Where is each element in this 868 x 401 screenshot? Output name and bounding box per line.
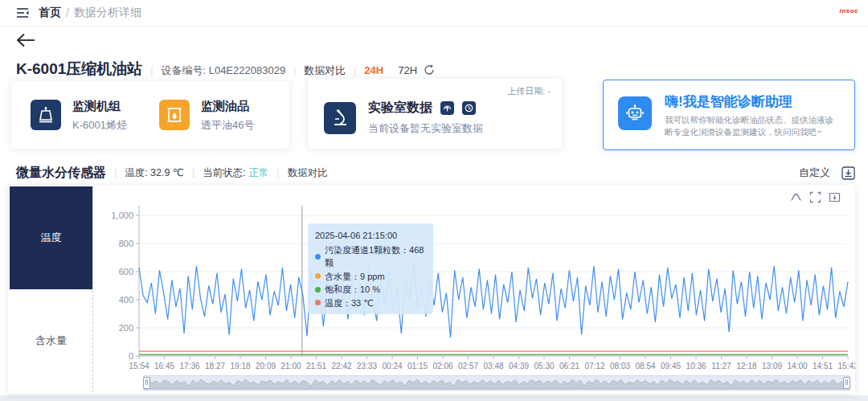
range-24h-button[interactable]: 24H bbox=[364, 64, 383, 76]
datazoom-minimap bbox=[144, 376, 850, 390]
tab-temperature[interactable]: 温度 bbox=[10, 186, 92, 289]
svg-text:12:18: 12:18 bbox=[736, 362, 756, 370]
svg-text:0: 0 bbox=[129, 351, 133, 361]
svg-text:18:27: 18:27 bbox=[205, 362, 225, 370]
sensor-temperature: 温度: 32.9 ℃ bbox=[125, 166, 184, 180]
top-bar: 首页 / 数据分析详细 insoc bbox=[0, 0, 868, 27]
sensor-line-chart[interactable]: 02004006008001,00015:5416:4517:3618:2719… bbox=[92, 185, 855, 373]
microscope-icon bbox=[324, 102, 356, 134]
svg-text:14:51: 14:51 bbox=[813, 362, 833, 370]
svg-text:03:48: 03:48 bbox=[483, 362, 503, 370]
page-title: K-6001压缩机油站 bbox=[16, 59, 142, 80]
menu-fold-icon[interactable] bbox=[16, 7, 29, 18]
sensor-section-header: 微量水分传感器 | 温度: 32.9 ℃ | 当前状态: 正常 | 数据对比 自… bbox=[16, 163, 855, 182]
sensor-chart-card: 温度 含水量 02004006008001,00015:5416:4517:36… bbox=[8, 185, 855, 394]
svg-text:21:00: 21:00 bbox=[280, 362, 301, 370]
upload-date: 上传日期: - bbox=[507, 85, 551, 97]
divider: | bbox=[277, 167, 280, 178]
svg-text:08:54: 08:54 bbox=[635, 362, 655, 370]
svg-text:16:45: 16:45 bbox=[154, 362, 174, 370]
svg-text:20:09: 20:09 bbox=[256, 362, 276, 370]
device-number: 设备编号: L04E222083029 bbox=[161, 63, 285, 78]
svg-text:02:57: 02:57 bbox=[458, 362, 478, 370]
svg-text:17:36: 17:36 bbox=[179, 362, 199, 370]
lab-data-title: 实验室数据 bbox=[368, 100, 432, 117]
refresh-icon[interactable] bbox=[424, 64, 435, 79]
logo-text: insoc bbox=[840, 7, 858, 14]
svg-text:02:06: 02:06 bbox=[432, 362, 452, 370]
ai-assistant-card[interactable]: 嗨!我是智能诊断助理 我可以帮你智能化诊断油品状态、提供油液诊 断专业化润滑设备… bbox=[603, 80, 855, 150]
divider: | bbox=[354, 65, 356, 76]
history-clock-icon[interactable] bbox=[462, 101, 476, 115]
sensor-compare-label[interactable]: 数据对比 bbox=[288, 166, 328, 180]
download-icon[interactable] bbox=[841, 166, 855, 180]
chart-tab-column: 温度 含水量 bbox=[10, 186, 93, 392]
divider: | bbox=[114, 167, 117, 178]
monitor-unit-title: 监测机组 bbox=[72, 98, 127, 114]
upload-icon[interactable] bbox=[440, 101, 454, 115]
lab-data-card: 上传日期: - 实验室数据 bbox=[308, 79, 562, 149]
monitor-card: 监测机组 K-6001烯烃 监测油品 透平油46号 bbox=[11, 81, 289, 149]
svg-text:06:21: 06:21 bbox=[559, 362, 579, 370]
datazoom-right-handle[interactable] bbox=[843, 377, 850, 389]
compressor-icon bbox=[31, 100, 61, 130]
status-badge: 正常 bbox=[249, 166, 269, 180]
lab-data-subtitle: 当前设备暂无实验室数据 bbox=[368, 121, 483, 136]
sensor-title: 微量水分传感器 bbox=[16, 165, 106, 182]
ai-assistant-desc-line1: 我可以帮你智能化诊断油品状态、提供油液诊 bbox=[665, 114, 833, 126]
svg-text:200: 200 bbox=[119, 323, 133, 333]
data-compare-label[interactable]: 数据对比 bbox=[304, 63, 346, 78]
breadcrumb-home[interactable]: 首页 bbox=[39, 6, 61, 20]
ai-assistant-title: 嗨!我是智能诊断助理 bbox=[665, 93, 833, 111]
svg-text:800: 800 bbox=[119, 239, 133, 248]
oil-barrel-icon bbox=[159, 100, 190, 130]
page-content: K-6001压缩机油站 | 设备编号: L04E222083029 | 数据对比… bbox=[0, 27, 868, 395]
svg-text:600: 600 bbox=[119, 267, 133, 276]
svg-text:09:45: 09:45 bbox=[661, 362, 681, 370]
svg-text:05:30: 05:30 bbox=[534, 362, 554, 370]
monitor-oil-group: 监测油品 透平油46号 bbox=[159, 98, 254, 133]
svg-text:22:42: 22:42 bbox=[331, 362, 351, 370]
ai-assistant-desc-line2: 断专业化润滑设备监测建议，快问问我吧~ bbox=[665, 126, 833, 138]
custom-range-button[interactable]: 自定义 bbox=[799, 166, 830, 180]
monitor-oil-title: 监测油品 bbox=[201, 98, 254, 114]
datazoom-left-handle[interactable] bbox=[143, 377, 150, 389]
back-button[interactable] bbox=[16, 33, 35, 51]
tab-water-content[interactable]: 含水量 bbox=[10, 289, 92, 392]
datazoom-slider[interactable] bbox=[143, 375, 850, 391]
svg-text:08:03: 08:03 bbox=[610, 362, 630, 370]
svg-text:19:18: 19:18 bbox=[230, 362, 250, 370]
svg-text:13:09: 13:09 bbox=[762, 362, 782, 370]
divider: | bbox=[192, 167, 194, 178]
svg-text:07:12: 07:12 bbox=[584, 362, 604, 370]
svg-text:23:33: 23:33 bbox=[357, 362, 377, 370]
svg-text:15:54: 15:54 bbox=[129, 362, 149, 370]
robot-icon bbox=[618, 96, 652, 130]
breadcrumb-current: 数据分析详细 bbox=[74, 6, 141, 20]
svg-text:01:15: 01:15 bbox=[407, 362, 428, 370]
monitor-unit-group: 监测机组 K-6001烯烃 bbox=[31, 98, 127, 133]
monitor-unit-value: K-6001烯烃 bbox=[72, 118, 127, 133]
divider: | bbox=[293, 65, 296, 76]
monitor-oil-value: 透平油46号 bbox=[201, 118, 254, 133]
svg-text:1,000: 1,000 bbox=[111, 211, 133, 220]
svg-text:10:36: 10:36 bbox=[686, 362, 706, 370]
svg-text:11:27: 11:27 bbox=[711, 362, 731, 370]
divider: | bbox=[150, 65, 153, 76]
svg-text:04:39: 04:39 bbox=[509, 362, 529, 370]
breadcrumb-separator: / bbox=[66, 6, 69, 19]
svg-text:21:51: 21:51 bbox=[306, 362, 326, 370]
svg-text:00:24: 00:24 bbox=[382, 362, 402, 370]
device-header: K-6001压缩机油站 | 设备编号: L04E222083029 | 数据对比… bbox=[16, 59, 435, 80]
svg-text:15:42: 15:42 bbox=[837, 362, 855, 370]
svg-text:400: 400 bbox=[119, 295, 133, 305]
svg-text:14:00: 14:00 bbox=[787, 362, 807, 370]
range-72h-button[interactable]: 72H bbox=[398, 64, 417, 76]
sensor-status-label: 当前状态: bbox=[203, 166, 245, 180]
